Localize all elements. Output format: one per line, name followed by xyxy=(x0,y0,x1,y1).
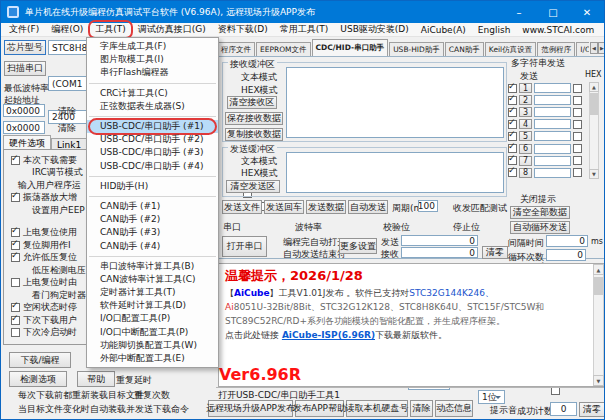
menu-item[interactable]: 资料下载(D) xyxy=(212,22,274,37)
scroll-down-icon[interactable]: ▼ xyxy=(589,169,599,179)
close-icon[interactable]: ✕ xyxy=(570,1,604,23)
row-text-input[interactable] xyxy=(534,119,571,129)
tools-menu-item[interactable]: 定时器计算工具(T) xyxy=(87,286,218,299)
tools-menu-item[interactable]: CAN助手 (#1) xyxy=(87,200,218,213)
start-addr2-input[interactable]: 0x0000 xyxy=(3,121,45,134)
aicube-isp-link[interactable]: AiCube-ISP(6.96R) xyxy=(282,330,375,340)
main-tab[interactable]: USB-HID助手 xyxy=(389,42,444,56)
send-action-button[interactable]: 发送文件 xyxy=(222,200,262,214)
main-tab[interactable]: 范例程序 xyxy=(537,42,575,56)
tools-menu-item[interactable]: CAN波特率计算工具(C) xyxy=(87,273,218,286)
row-number-button[interactable]: 6 xyxy=(519,144,532,154)
tools-menu-item[interactable]: CAN助手 (#4) xyxy=(87,239,218,252)
row-enable-checkbox[interactable] xyxy=(508,108,517,117)
row-number-button[interactable]: 1 xyxy=(519,83,532,93)
tools-menu-item[interactable]: CRC计算工具(C) xyxy=(87,87,218,100)
menu-item[interactable]: AiCube(A) xyxy=(415,24,472,36)
publish-app-button[interactable]: 远程现场升级APP发布 xyxy=(208,400,293,417)
option-checkbox[interactable] xyxy=(11,241,20,250)
download-program-button[interactable]: 下载/编程 xyxy=(9,352,71,368)
row-text-input[interactable] xyxy=(534,95,571,105)
help-button[interactable]: 帮助 xyxy=(77,371,115,387)
option-checkbox[interactable] xyxy=(11,278,20,287)
minimize-icon[interactable]: – xyxy=(502,1,536,23)
stop-select[interactable]: 1位 xyxy=(478,390,505,404)
send-textarea[interactable] xyxy=(286,152,504,193)
receive-textarea[interactable] xyxy=(286,67,504,138)
row-text-input[interactable] xyxy=(534,83,571,93)
main-tab[interactable]: I/O口配置 xyxy=(576,42,589,56)
tools-menu-item[interactable] xyxy=(89,116,216,117)
row-number-button[interactable]: 8 xyxy=(519,168,532,178)
row-enable-checkbox[interactable] xyxy=(508,156,517,165)
send-action-button[interactable]: 发送数据 xyxy=(306,200,346,214)
chip-model-button[interactable]: 芯片型号 xyxy=(4,40,46,55)
row-hex-checkbox[interactable] xyxy=(573,168,582,177)
row-enable-checkbox[interactable] xyxy=(508,120,517,129)
row-hex-checkbox[interactable] xyxy=(573,156,582,165)
tools-menu-item[interactable]: I/O口中断配置工具(P) xyxy=(87,326,218,339)
menu-item[interactable]: 文件(F) xyxy=(3,22,45,37)
publish-help-button[interactable]: 发布APP帮助 xyxy=(295,400,344,417)
option-checkbox[interactable] xyxy=(11,253,20,262)
reset-count-button[interactable]: 清零 xyxy=(579,402,605,417)
menu-item[interactable]: www.STCAI.com xyxy=(516,24,600,36)
more-settings-button[interactable]: 更多设置 xyxy=(339,238,377,254)
notice-scroll-down-icon[interactable]: ▼ xyxy=(593,375,604,386)
option-checkbox[interactable] xyxy=(11,303,20,312)
scroll-up-icon[interactable]: ▲ xyxy=(589,82,599,92)
notice-scroll-up-icon[interactable]: ▲ xyxy=(593,264,604,275)
row-number-button[interactable]: 4 xyxy=(519,119,532,129)
main-tab[interactable]: EEPROM文件 xyxy=(256,42,311,56)
tools-menu-item[interactable]: 外部中断配置工具(E) xyxy=(87,352,218,365)
start-addr1-input[interactable]: 0x0000 xyxy=(3,104,45,117)
tab-scroll-right-icon[interactable]: ▶ xyxy=(598,42,605,54)
row-hex-checkbox[interactable] xyxy=(573,84,582,93)
row-enable-checkbox[interactable] xyxy=(508,132,517,141)
option-checkbox[interactable] xyxy=(11,156,20,165)
menu-item[interactable]: English xyxy=(472,24,517,36)
scan-port-button[interactable]: 扫描串口 xyxy=(4,61,46,76)
option-checkbox[interactable] xyxy=(11,316,20,325)
auto-loop-button[interactable]: 自动循环发送 xyxy=(510,221,570,234)
tools-menu-item[interactable]: 软件延时计算工具(D) xyxy=(87,299,218,312)
menu-item[interactable]: 编程(O) xyxy=(45,22,89,37)
row-number-button[interactable]: 3 xyxy=(519,107,532,117)
menu-item[interactable]: 调试仿真接口(G) xyxy=(132,22,212,37)
tools-menu-item[interactable]: I/O口配置工具(P) xyxy=(87,312,218,325)
menu-item[interactable]: 常用工具(T) xyxy=(274,22,335,37)
tools-menu-item[interactable]: CAN助手 (#2) xyxy=(87,213,218,226)
clear-count-button[interactable]: 清零 xyxy=(482,246,508,259)
main-tab[interactable]: CDC/HID-串口助手 xyxy=(312,39,389,56)
row-hex-checkbox[interactable] xyxy=(573,96,582,105)
row-number-button[interactable]: 5 xyxy=(519,131,532,141)
clear-send-button[interactable]: 清空发送区 xyxy=(226,180,280,193)
row-text-input[interactable] xyxy=(534,168,571,178)
option-checkbox[interactable] xyxy=(11,328,20,337)
interval-input[interactable]: 0 xyxy=(546,235,588,247)
tools-menu-item[interactable]: USB-CDC/串口助手 (#3) xyxy=(87,146,218,159)
row-enable-checkbox[interactable] xyxy=(508,84,517,93)
menu-item[interactable]: 工具(T) xyxy=(89,22,132,37)
menu-item[interactable]: USB驱动安装(D) xyxy=(334,22,414,37)
tools-menu-item[interactable]: USB-CDC/串口助手 (#4) xyxy=(87,160,218,173)
row-enable-checkbox[interactable] xyxy=(508,168,517,177)
tools-menu-item[interactable]: 字库生成工具(F) xyxy=(87,40,218,53)
tools-menu-item[interactable] xyxy=(89,256,216,257)
row-number-button[interactable]: 7 xyxy=(519,156,532,166)
tools-menu-item[interactable]: HID助手(H) xyxy=(87,180,218,193)
row-number-button[interactable]: 2 xyxy=(519,95,532,105)
save-receive-button[interactable]: 保存接收数据 xyxy=(225,112,283,125)
main-tab[interactable]: Keil仿真设置 xyxy=(485,42,536,56)
tools-menu-item[interactable]: USB-CDC/串口助手 (#1) xyxy=(87,120,218,133)
send-action-button[interactable]: 自动发送 xyxy=(348,200,388,214)
send-action-button[interactable]: 发送回车 xyxy=(264,200,304,214)
clear-receive-button[interactable]: 清空接收区 xyxy=(227,96,277,109)
main-tab[interactable]: 程序文件 xyxy=(217,42,255,56)
tools-menu-item[interactable] xyxy=(89,83,216,84)
row-text-input[interactable] xyxy=(534,107,571,117)
clear-all-button[interactable]: 清空全部数据 xyxy=(510,206,570,219)
dynamic-info-button[interactable]: 动态信息 xyxy=(435,400,473,417)
tools-menu-item[interactable] xyxy=(89,196,216,197)
tools-menu-item[interactable]: CAN助手 (#3) xyxy=(87,226,218,239)
